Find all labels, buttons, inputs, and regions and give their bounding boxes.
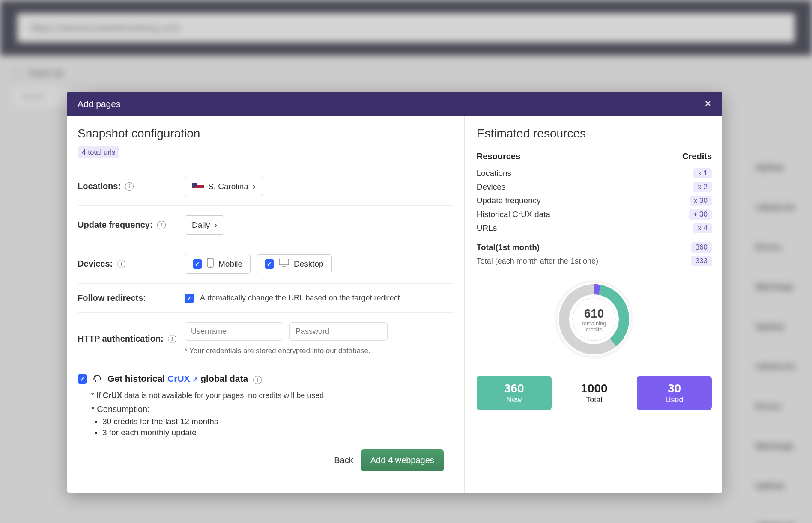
svg-rect-2: [279, 259, 289, 265]
follow-redirects-label: Follow redirects:: [78, 293, 146, 303]
estimated-resources-panel: Estimated resources Resources Credits Lo…: [465, 116, 722, 493]
crux-checkbox[interactable]: ✓: [78, 374, 87, 384]
modal-footer: Back Add 4 webpages: [78, 442, 454, 482]
resource-row: Update frequency x 30: [477, 194, 712, 208]
checkbox-checked-icon: ✓: [265, 259, 274, 269]
total-row: Total(1st month) 360: [477, 241, 712, 254]
modal-header: Add pages ✕: [67, 92, 722, 116]
resource-row: URLs x 4: [477, 221, 712, 235]
crux-consumption: * Consumption: 30 credits for the last 1…: [91, 404, 454, 437]
update-frequency-label: Update frequency:: [78, 220, 153, 230]
crux-section: ✓ Get historical CrUX ↗ global data i * …: [78, 365, 454, 442]
update-frequency-row: Update frequency: i Daily ›: [78, 205, 454, 244]
external-link-icon: ↗: [192, 376, 198, 383]
username-input[interactable]: [185, 322, 283, 341]
svg-point-1: [210, 266, 211, 267]
crux-brand-icon: [92, 373, 102, 385]
info-icon[interactable]: i: [125, 182, 134, 191]
follow-redirects-checkbox[interactable]: ✓: [185, 294, 194, 303]
crux-note: * If CrUX data is not available for your…: [91, 391, 454, 400]
credits-total-box: 1000 Total: [557, 376, 632, 410]
http-auth-row: HTTP authentication: i * Your credential…: [78, 312, 454, 365]
credits-used-box: 30 Used: [637, 376, 712, 410]
device-desktop-toggle[interactable]: ✓ Desktop: [257, 254, 332, 273]
add-pages-modal: Add pages ✕ Snapshot configuration 4 tot…: [67, 92, 722, 493]
devices-label: Devices:: [78, 259, 113, 269]
device-mobile-toggle[interactable]: ✓ Mobile: [185, 254, 251, 274]
snapshot-config-panel: Snapshot configuration 4 total urls Loca…: [67, 116, 465, 493]
chevron-right-icon: ›: [253, 181, 256, 191]
devices-row: Devices: i ✓ Mobile ✓: [78, 244, 454, 283]
http-auth-label: HTTP authentication:: [78, 334, 164, 344]
credits-col-label: Credits: [682, 152, 712, 161]
desktop-icon: [278, 258, 290, 270]
resource-row: Locations x 1: [477, 166, 712, 180]
password-input[interactable]: [289, 322, 388, 341]
chevron-right-icon: ›: [214, 220, 217, 230]
checkbox-checked-icon: ✓: [193, 259, 202, 269]
mobile-icon: [206, 258, 214, 270]
resources-col-label: Resources: [477, 152, 520, 161]
svg-text:credits: credits: [586, 326, 603, 333]
info-icon[interactable]: i: [253, 376, 262, 384]
resource-row: Historical CrUX data + 30: [477, 208, 712, 221]
svg-text:610: 610: [584, 307, 604, 320]
close-icon[interactable]: ✕: [704, 98, 712, 110]
modal-title: Add pages: [78, 99, 120, 109]
total-sub-row: Total (each month after the 1st one) 333: [477, 254, 712, 268]
total-urls-link[interactable]: 4 total urls: [78, 146, 119, 158]
crux-link[interactable]: CrUX ↗: [167, 374, 198, 383]
location-select[interactable]: S. Carolina ›: [185, 177, 263, 196]
resources-title: Estimated resources: [477, 127, 712, 140]
info-icon[interactable]: i: [117, 260, 125, 268]
add-webpages-button[interactable]: Add 4 webpages: [361, 449, 444, 471]
follow-redirects-row: Follow redirects: ✓ Automatically change…: [78, 283, 454, 312]
back-button[interactable]: Back: [334, 455, 353, 465]
snapshot-title: Snapshot configuration: [78, 127, 454, 140]
credits-donut-chart: 610 remaining credits: [477, 268, 712, 366]
locations-label: Locations:: [78, 181, 121, 191]
svg-text:remaining: remaining: [582, 320, 606, 327]
info-icon[interactable]: i: [157, 221, 166, 229]
credits-summary-boxes: 360 New 1000 Total 30 Used: [477, 376, 712, 410]
credits-new-box: 360 New: [477, 376, 552, 410]
follow-redirects-text: Automatically change the URL based on th…: [200, 294, 400, 303]
locations-row: Locations: i S. Carolina ›: [78, 167, 454, 205]
update-frequency-select[interactable]: Daily ›: [185, 215, 224, 235]
resource-row: Devices x 2: [477, 180, 712, 194]
us-flag-icon: [192, 183, 204, 190]
auth-helper-text: * Your credentials are stored encrypted …: [185, 347, 388, 355]
info-icon[interactable]: i: [168, 335, 176, 343]
